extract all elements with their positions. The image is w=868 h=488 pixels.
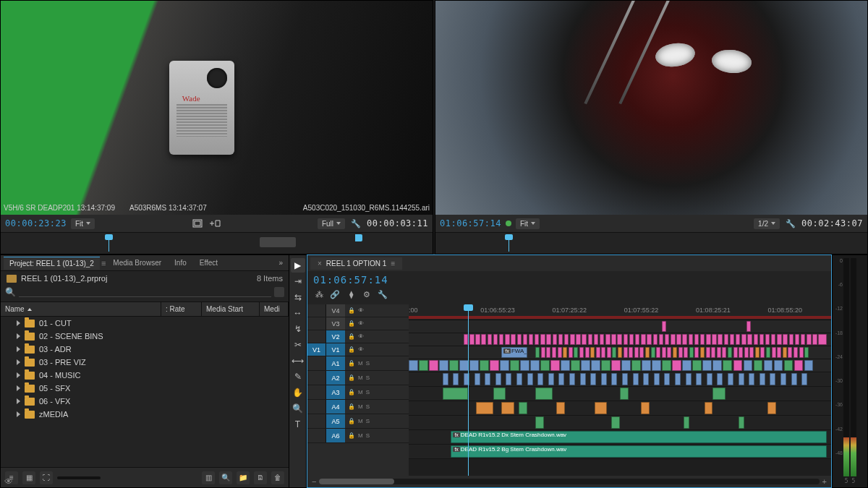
clip[interactable] [764, 360, 773, 371]
clip[interactable] [475, 373, 480, 385]
clip[interactable] [651, 347, 655, 358]
lock-track-icon[interactable]: 🔒 [348, 320, 355, 327]
clip[interactable] [642, 360, 651, 371]
clip[interactable] [772, 347, 776, 358]
source-playhead[interactable] [109, 234, 109, 252]
clip[interactable] [629, 347, 633, 358]
target-patch[interactable]: A5 [326, 414, 345, 428]
clip[interactable] [541, 347, 545, 358]
close-sequence-icon[interactable]: × [318, 260, 322, 267]
clip[interactable] [443, 373, 448, 385]
clip[interactable] [475, 334, 480, 345]
clip[interactable] [675, 373, 681, 385]
clip[interactable] [789, 334, 793, 345]
clear-icon[interactable]: 🗑 [271, 471, 284, 484]
program-timebar[interactable] [435, 232, 867, 254]
clip[interactable] [621, 360, 631, 371]
clip[interactable] [617, 334, 621, 345]
disclose-icon[interactable] [17, 372, 20, 378]
video-track-header[interactable]: V4🔒👁 [307, 304, 409, 317]
clip[interactable] [569, 347, 573, 358]
clip[interactable] [485, 373, 490, 385]
clip[interactable] [739, 347, 743, 358]
clip[interactable] [717, 373, 723, 385]
clip[interactable] [620, 388, 629, 400]
timeline-wrench-icon[interactable]: 🔧 [377, 288, 388, 300]
type-tool-icon[interactable]: T [291, 417, 305, 432]
clip[interactable] [529, 334, 533, 345]
source-patch[interactable] [307, 371, 326, 385]
clip[interactable] [590, 347, 595, 358]
clip[interactable] [535, 416, 544, 429]
disclose-icon[interactable] [17, 320, 20, 326]
clip[interactable] [739, 373, 744, 385]
icon-view-icon[interactable]: ▦ [22, 471, 35, 484]
audio-track-header[interactable]: A5🔒MS [307, 414, 409, 429]
audio-track-lane[interactable]: fxDEAD R1v15.2 Bg Stem Crashdown.wav [409, 445, 831, 459]
mute-icon[interactable]: M [358, 432, 363, 439]
clip[interactable] [783, 347, 787, 358]
clip[interactable] [712, 334, 716, 345]
clip[interactable] [684, 347, 688, 358]
audio-track-header[interactable]: A3🔒MS [307, 385, 409, 400]
clip[interactable]: fxDEAD R1v15.2 Bg Stem Crashdown.wav [451, 445, 827, 458]
new-bin-icon[interactable]: 📁 [237, 471, 250, 484]
clip[interactable] [523, 334, 527, 345]
clip[interactable] [696, 373, 702, 385]
source-resolution-select[interactable]: Full [318, 218, 345, 229]
clip[interactable] [499, 334, 503, 345]
clip[interactable] [535, 334, 539, 345]
clip[interactable] [629, 334, 634, 345]
clip[interactable] [516, 373, 522, 385]
clip[interactable] [481, 334, 485, 345]
find-icon[interactable]: 🔍 [219, 471, 232, 484]
clip[interactable] [733, 347, 738, 358]
clip[interactable] [744, 360, 753, 371]
clip[interactable] [818, 334, 827, 345]
clip[interactable] [746, 321, 751, 332]
source-patch[interactable] [307, 414, 326, 428]
column-media-end[interactable]: Medi [260, 302, 289, 316]
bin-row[interactable]: 02 - SCENE BINS [1, 330, 289, 343]
tab-media-browser[interactable]: Media Browser [107, 257, 167, 269]
clip[interactable] [569, 373, 575, 385]
zoom-in-icon[interactable]: + [822, 477, 827, 486]
disclose-icon[interactable] [17, 359, 20, 365]
selection-tool-icon[interactable]: ▶ [291, 258, 305, 273]
clip[interactable] [671, 334, 675, 345]
audio-track-lane[interactable]: fxDEAD R1v15.2 Dx Stem Crashdown.wav [409, 430, 831, 445]
clip[interactable] [706, 334, 710, 345]
clip[interactable] [711, 347, 715, 358]
video-track-header[interactable]: V2🔒👁 [307, 330, 409, 343]
source-patch[interactable] [307, 429, 326, 442]
clip[interactable] [654, 373, 660, 385]
clip[interactable] [581, 360, 590, 371]
clip[interactable] [570, 334, 574, 345]
clip[interactable] [804, 347, 809, 358]
clip[interactable] [548, 373, 554, 385]
timeline-playhead[interactable] [468, 304, 469, 476]
clip[interactable] [682, 360, 692, 371]
target-patch[interactable]: A6 [326, 429, 345, 442]
mute-icon[interactable]: M [358, 360, 363, 367]
clip[interactable] [739, 416, 745, 429]
clip[interactable] [520, 360, 529, 371]
rate-stretch-tool-icon[interactable]: ↯ [291, 322, 305, 336]
sequence-tab[interactable]: × REEL 1 OPTION 1 ≡ [310, 257, 402, 270]
clip[interactable] [585, 347, 590, 358]
clip[interactable] [760, 347, 765, 358]
solo-icon[interactable]: S [366, 432, 370, 439]
clip[interactable] [749, 373, 754, 385]
clip[interactable] [678, 347, 683, 358]
thumbnail-size-slider[interactable] [57, 476, 101, 479]
clip[interactable] [500, 360, 509, 371]
clip[interactable] [576, 334, 580, 345]
clip[interactable] [546, 347, 550, 358]
lock-track-icon[interactable]: 🔒 [348, 418, 355, 424]
clip[interactable] [624, 347, 628, 358]
clip[interactable] [580, 373, 586, 385]
tracks-area[interactable]: :0001:06:55:2301:07:25:2201:07:55:2201:0… [409, 304, 831, 476]
clip[interactable] [777, 334, 781, 345]
tab-project[interactable]: Project: REEL 1 (01-13)_2 [4, 257, 100, 270]
audio-track-header[interactable]: A2🔒MS [307, 371, 409, 385]
